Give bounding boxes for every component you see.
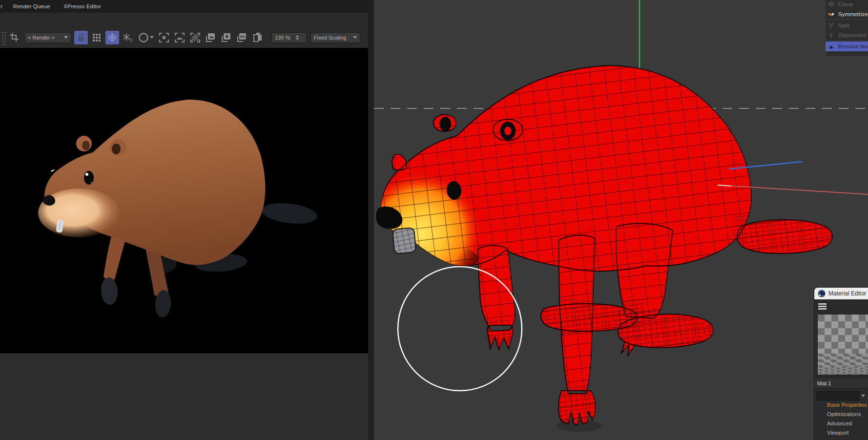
picture-viewer-toolbar: < Render > G	[0, 27, 368, 48]
resolve-icon	[828, 43, 834, 50]
hamburger-menu-icon[interactable]	[818, 303, 827, 310]
material-preview[interactable]	[817, 314, 868, 375]
menu-item-xpresso-editor[interactable]: XPresso Editor	[57, 3, 108, 9]
svg-text:G: G	[129, 38, 133, 42]
material-combo-field[interactable]	[816, 391, 859, 400]
toolbar-spacer	[0, 13, 368, 27]
compare-image-button[interactable]	[173, 31, 186, 44]
duplicate-page-button[interactable]	[251, 31, 265, 44]
material-editor-panel: Material Editor Mat.1 Base Properties Op…	[814, 287, 868, 440]
crop-icon	[9, 32, 20, 43]
menubar: r Render Queue XPresso Editor	[0, 0, 368, 13]
beaver-tooth	[393, 228, 416, 254]
context-menu-item-resolve[interactable]: Resolve Non	[826, 42, 868, 51]
menu-separator	[827, 20, 868, 20]
panel-divider[interactable]	[368, 0, 374, 440]
wireframe-beaver-model[interactable]	[374, 59, 868, 440]
circle-mask-icon	[138, 32, 149, 43]
chevron-down-icon[interactable]	[861, 395, 865, 397]
chevron-down-icon	[150, 36, 154, 39]
svg-text:PV: PV	[240, 35, 246, 39]
cinema4d-icon	[818, 290, 826, 297]
panel-grip[interactable]	[1, 30, 7, 45]
menu-separator	[827, 41, 868, 41]
section-advanced[interactable]: Advanced	[827, 419, 852, 428]
crop-button[interactable]	[8, 31, 21, 44]
front-foot	[101, 277, 119, 305]
butterfly-icon	[828, 11, 834, 18]
chevron-down-icon	[64, 36, 68, 39]
whisker-highlight	[51, 169, 54, 172]
context-menu: Clone Symmetrize Split Disconnect	[825, 0, 868, 57]
section-viewport[interactable]: Viewport	[827, 428, 849, 437]
diagonal-stripes-icon	[190, 32, 201, 43]
lock-icon	[76, 33, 86, 42]
split-icon	[828, 22, 834, 29]
front-leg	[103, 236, 125, 282]
context-menu-item-symmetrize[interactable]: Symmetrize	[826, 9, 868, 19]
section-optimizations[interactable]: Optimizations	[827, 409, 861, 419]
circle-mask-button[interactable]	[137, 31, 155, 44]
disconnect-icon	[828, 32, 834, 39]
material-editor-titlebar[interactable]: Material Editor	[814, 288, 868, 299]
chevron-down-icon	[353, 36, 357, 39]
render-selector[interactable]: < Render >	[24, 32, 71, 43]
stepper-arrows-icon[interactable]	[293, 35, 299, 40]
compare-image-icon	[174, 32, 185, 43]
beaver-body	[44, 100, 265, 265]
context-menu-item-split[interactable]: Split	[826, 21, 868, 30]
viewport-canvas[interactable]	[374, 0, 868, 440]
beaver-eye	[84, 171, 94, 185]
scaling-selector[interactable]: Fixed Scaling	[310, 32, 360, 43]
focus-region-button[interactable]	[157, 31, 171, 44]
stack-image-button[interactable]	[204, 31, 218, 44]
rendered-beaver-image	[0, 48, 368, 353]
freeze-group-button[interactable]: G	[121, 31, 135, 44]
app-window: r Render Queue XPresso Editor < Render >	[0, 0, 868, 440]
duplicate-page-icon	[252, 32, 264, 43]
snowflake-icon	[107, 33, 117, 42]
menu-item-render-queue[interactable]: Render Queue	[6, 3, 57, 9]
ear-inner	[439, 117, 451, 131]
grid-icon	[92, 33, 102, 42]
diagonal-stripes-button[interactable]	[188, 31, 202, 44]
zoom-stepper[interactable]: 130 %	[271, 32, 307, 43]
stack-pv-icon: PV	[236, 32, 248, 43]
material-editor-title: Material Editor	[828, 290, 866, 297]
context-menu-item-clone[interactable]: Clone	[826, 0, 868, 9]
lock-button[interactable]	[74, 31, 88, 44]
stack-image-icon	[205, 32, 217, 43]
snowflake-group-icon: G	[123, 33, 133, 42]
material-name-field[interactable]: Mat.1	[814, 377, 868, 389]
cube-icon	[828, 1, 834, 8]
rendered-beaver	[38, 100, 318, 318]
viewer-bottom-area	[0, 353, 368, 440]
menu-item-truncated[interactable]: r	[0, 3, 6, 9]
stack-pv-button[interactable]: PV	[235, 31, 249, 44]
stack-add-icon	[221, 32, 232, 43]
freeze-button[interactable]	[105, 31, 119, 44]
grid-button[interactable]	[90, 31, 103, 44]
beaver-tail	[261, 200, 318, 227]
viewport-scene	[374, 0, 868, 440]
section-base-properties[interactable]: Base Properties	[827, 400, 867, 409]
context-menu-item-disconnect[interactable]: Disconnect	[826, 30, 868, 40]
picture-viewer-canvas[interactable]	[0, 48, 368, 353]
stack-add-button[interactable]	[220, 31, 233, 44]
focus-region-icon	[159, 32, 169, 43]
